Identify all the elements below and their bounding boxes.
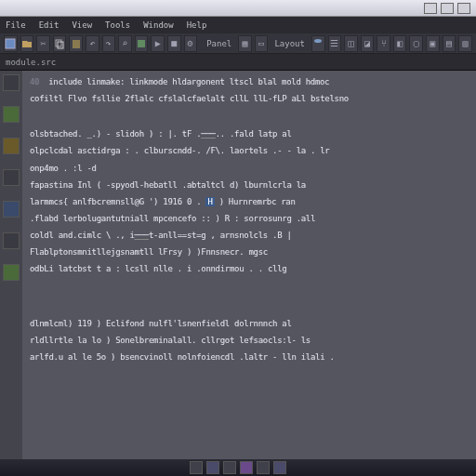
menu-window[interactable]: Window — [143, 20, 174, 30]
code-line: 40include linmake: linkmode hldargonent … — [30, 76, 469, 87]
gutter-ext-icon[interactable] — [3, 201, 20, 218]
branch-icon[interactable]: ⑂ — [377, 35, 390, 52]
menu-tools[interactable]: Tools — [105, 20, 130, 30]
run-icon[interactable]: ▶ — [151, 35, 165, 52]
code-editor[interactable]: 40include linmake: linkmode hldargonent … — [22, 71, 476, 459]
maximize-button[interactable] — [441, 3, 454, 14]
undo-icon[interactable]: ↶ — [86, 35, 99, 52]
svg-rect-3 — [73, 40, 80, 48]
sq4-icon[interactable]: ▥ — [458, 35, 472, 52]
menu-view[interactable]: View — [72, 20, 92, 30]
menu-file[interactable]: File — [6, 20, 26, 30]
taskbar-app-icon[interactable] — [190, 461, 203, 474]
tab-bar: module.src — [0, 54, 476, 71]
toolbar-panel-label: Panel — [206, 39, 231, 48]
find-icon[interactable]: ⌕ — [118, 35, 132, 52]
close-button[interactable] — [457, 3, 470, 14]
menu-help[interactable]: Help — [187, 20, 207, 30]
sq1-icon[interactable]: ▢ — [409, 35, 423, 52]
code-line: dlnmlcml) 119 ) Eclifond nulfl'lsnenfiel… — [30, 318, 469, 329]
build-icon[interactable] — [135, 35, 149, 52]
svg-rect-4 — [138, 40, 145, 47]
code-line: cofiltl Flvo fsllie 2flalc cfslalcfaelal… — [30, 93, 469, 104]
code-line: olpclcdal asctidrga : . clburscndd-. /F\… — [30, 145, 469, 156]
taskbar-app-icon[interactable] — [257, 461, 270, 474]
minimize-button[interactable] — [424, 3, 437, 14]
side-gutter — [0, 71, 22, 459]
menu-edit[interactable]: Edit — [39, 20, 60, 30]
window-titlebar — [0, 0, 476, 17]
tree-icon[interactable]: ☰ — [328, 35, 342, 52]
open-icon[interactable] — [20, 35, 34, 52]
code-line: larmmcs{ anlfbcremnsll@G ') 1916 0 . H )… — [30, 196, 469, 207]
box-icon[interactable]: ◫ — [344, 35, 358, 52]
main-toolbar: ✂ ↶ ↷ ⌕ ▶ ■ ⚙ Panel ▦ ▭ Layout ☰ ◫ ◪ ⑂ ◧… — [0, 33, 476, 54]
code-line: odbLi latcbst t a : lcsll nlle . i .onnd… — [30, 263, 469, 274]
taskbar-app-icon[interactable] — [273, 461, 286, 474]
svg-rect-1 — [56, 40, 61, 46]
gutter-debug-icon[interactable] — [3, 169, 20, 186]
gutter-run-icon[interactable] — [3, 264, 20, 281]
db-icon[interactable] — [311, 35, 325, 52]
code-line: arlfd.u al le 5o ) bsencvinoll nolnfoien… — [30, 351, 469, 363]
code-line: olsbtached. _.) - slidoh ) : |. tF .───.… — [30, 128, 469, 139]
active-tab[interactable]: module.src — [6, 58, 56, 67]
stop-icon[interactable]: ■ — [167, 35, 181, 52]
code-line — [30, 281, 469, 299]
grid-icon[interactable]: ▦ — [238, 35, 252, 52]
copy-icon[interactable] — [53, 35, 67, 52]
box2-icon[interactable]: ◪ — [361, 35, 375, 52]
highlight-token: H — [205, 197, 214, 206]
redo-icon[interactable]: ↷ — [102, 35, 116, 52]
sq3-icon[interactable]: ▤ — [443, 35, 456, 52]
os-taskbar — [0, 459, 476, 476]
svg-rect-0 — [6, 39, 15, 48]
sq2-icon[interactable]: ▣ — [426, 35, 440, 52]
gutter-build-icon[interactable] — [3, 138, 20, 154]
code-line: .flabd lerbolugantutniall mpcencefo :: )… — [30, 213, 469, 224]
paste-icon[interactable] — [69, 35, 83, 52]
gutter-misc-icon[interactable] — [3, 232, 20, 249]
code-line: rldllrtle la lo ) Sonelbreminalall. cllr… — [30, 335, 469, 346]
svg-point-5 — [314, 39, 322, 43]
view-icon[interactable]: ▭ — [255, 35, 269, 52]
code-line: coldl and.cimlc \ ., i───t-anll==st=g , … — [30, 230, 469, 241]
menubar: File Edit View Tools Window Help — [0, 17, 476, 33]
cut-icon[interactable]: ✂ — [36, 35, 50, 52]
svg-rect-2 — [58, 42, 63, 48]
code-line: onp4mo . :l -d — [30, 163, 469, 174]
toolbar-layout-label: Layout — [274, 39, 305, 48]
config-icon[interactable]: ⚙ — [184, 35, 198, 52]
code-line — [30, 110, 469, 128]
gutter-explorer-icon[interactable] — [3, 74, 20, 91]
save-icon[interactable] — [4, 35, 18, 52]
code-line: Flablptonsmnitllejgsnamtll lFrsy ) )Fnns… — [30, 246, 469, 258]
code-line: fapastina Inl ( -spyodl-hebatll .abtaltc… — [30, 179, 469, 191]
taskbar-app-icon[interactable] — [223, 461, 236, 474]
mod-icon[interactable]: ◧ — [393, 35, 407, 52]
taskbar-app-icon[interactable] — [240, 461, 253, 474]
code-line — [30, 299, 469, 318]
gutter-source-icon[interactable] — [3, 106, 20, 123]
taskbar-app-icon[interactable] — [206, 461, 219, 474]
